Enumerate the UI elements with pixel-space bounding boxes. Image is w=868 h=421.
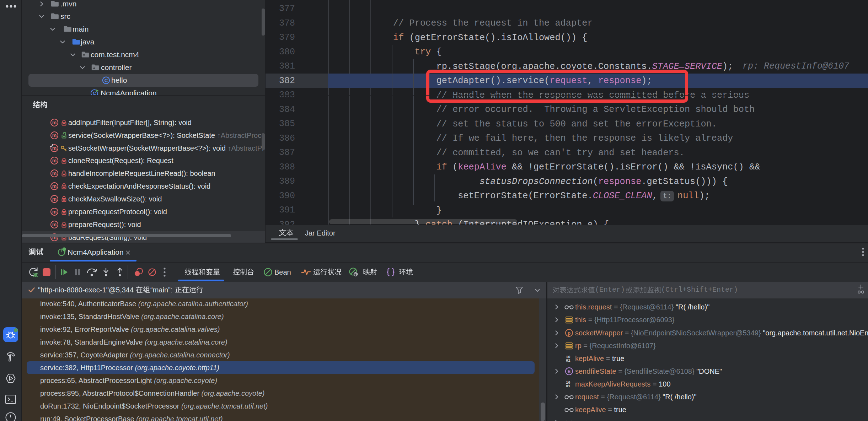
svg-text:m: m — [52, 183, 57, 189]
svg-text:m: m — [52, 209, 57, 215]
svg-text:E: E — [567, 369, 570, 374]
svg-text:m: m — [52, 196, 57, 202]
svg-text:m: m — [52, 120, 57, 125]
svg-text:p: p — [568, 330, 570, 336]
svg-text:01: 01 — [566, 384, 570, 388]
svg-text:01: 01 — [566, 358, 570, 362]
svg-text:m: m — [52, 145, 57, 151]
svg-text:m: m — [52, 222, 57, 227]
svg-text:C: C — [105, 78, 108, 83]
svg-text:m: m — [52, 133, 57, 138]
svg-text:m: m — [52, 158, 57, 163]
svg-text:m: m — [52, 171, 57, 176]
svg-text:C: C — [93, 91, 96, 95]
